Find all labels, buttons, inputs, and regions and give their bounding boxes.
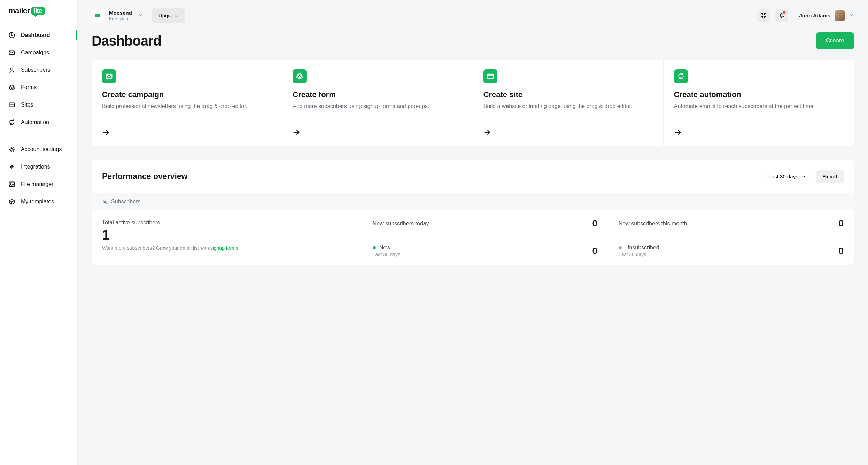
clock-icon [8,32,15,39]
stat-total-subscribers: Total active subscribers 1 Want more sub… [92,210,362,265]
logo-suffix: lite [31,7,45,15]
nav-primary: DashboardCampaignsSubscribersFormsSitesA… [0,26,77,131]
arrow-right-icon [483,129,653,138]
sidebar-item-label: Automation [21,119,49,125]
sidebar-item-label: My templates [21,199,54,205]
page-header: Dashboard Create [78,23,868,60]
layers-icon [8,84,15,91]
total-label: Total active subscribers [102,219,351,226]
create-button[interactable]: Create [816,32,854,49]
card-create-automation[interactable]: Create automationAutomate emails to reac… [664,60,854,146]
sidebar-item-label: Integrations [21,164,50,170]
mail-icon [102,69,116,83]
logo-text: mailer [8,6,30,15]
stat-new: New Last 30 days 0 [362,237,608,265]
date-range-selector[interactable]: Last 30 days [763,170,812,183]
gear-icon [8,146,15,153]
sidebar-item-automation[interactable]: Automation [0,114,77,131]
account-plan: Free plan [109,16,132,22]
card-create-campaign[interactable]: Create campaignBuild professional newsle… [92,60,282,146]
avatar [835,10,845,21]
arrow-right-icon [674,129,844,138]
sidebar-item-my-templates[interactable]: My templates [0,193,77,210]
sidebar-item-subscribers[interactable]: Subscribers [0,61,77,79]
main: Moosend Free plan Upgrade John Adams Das… [78,0,868,465]
sidebar-item-account-settings[interactable]: Account settings [0,141,77,158]
card-icon [8,101,15,108]
account-name: Moosend [109,10,132,16]
account-chip-icon[interactable] [92,9,104,22]
sidebar-item-label: Dashboard [21,32,50,38]
sidebar-item-label: Subscribers [21,67,50,73]
logo[interactable]: mailerlite [0,6,77,26]
user-name: John Adams [799,13,830,18]
user-icon [8,67,15,73]
sidebar-item-label: Sites [21,102,33,108]
card-desc: Add more subscribers using signup forms … [293,102,462,119]
arrow-right-icon [102,129,271,138]
card-title: Create form [293,90,462,99]
sidebar-item-campaigns[interactable]: Campaigns [0,44,77,61]
total-value: 1 [102,228,351,242]
performance-overview: Performance overview Last 30 days Export… [92,160,854,265]
dot-green-icon [373,246,376,249]
card-title: Create campaign [102,90,271,99]
topbar: Moosend Free plan Upgrade John Adams [78,0,868,23]
sidebar-item-label: File manager [21,181,53,187]
user-menu[interactable]: John Adams [799,10,854,21]
sidebar-item-file-manager[interactable]: File manager [0,176,77,193]
perf-section-header: Subscribers [92,193,854,210]
card-desc: Automate emails to reach subscribers at … [674,102,844,119]
signup-forms-link[interactable]: signup forms [210,245,238,251]
sidebar-item-sites[interactable]: Sites [0,96,77,114]
layers-icon [293,69,307,83]
arrow-right-icon [293,129,462,138]
account-switcher[interactable]: Moosend Free plan [109,10,132,22]
sidebar-item-integrations[interactable]: Integrations [0,158,77,176]
quick-actions: Create campaignBuild professional newsle… [92,60,854,146]
stat-new-month: New subscribers this month 0 [608,210,854,237]
sidebar-item-forms[interactable]: Forms [0,79,77,96]
perf-section-label: Subscribers [111,199,140,205]
stat-unsubscribed: Unsubscribed Last 30 days 0 [608,237,854,265]
refresh-icon [8,119,15,126]
card-icon [483,69,497,83]
sidebar-item-label: Forms [21,84,37,91]
image-icon [8,181,15,188]
chevron-down-icon[interactable] [138,13,143,19]
link-icon [8,163,15,170]
apps-button[interactable] [757,9,770,22]
page-title: Dashboard [92,33,161,49]
sidebar: mailerlite DashboardCampaignsSubscribers… [0,0,78,465]
card-desc: Build a website or landing page using th… [483,102,653,119]
dot-gray-icon [619,246,622,249]
card-title: Create automation [674,90,844,99]
export-button[interactable]: Export [816,170,844,183]
notifications-button[interactable] [775,9,788,22]
stat-new-today: New subscribers today 0 [362,210,608,237]
card-title: Create site [483,90,653,99]
card-desc: Build professional newsletters using the… [102,102,271,119]
date-range-label: Last 30 days [769,173,798,179]
refresh-icon [674,69,688,83]
card-create-site[interactable]: Create siteBuild a website or landing pa… [473,60,664,146]
nav-secondary: Account settingsIntegrationsFile manager… [0,141,77,210]
mail-icon [8,49,15,56]
sidebar-item-dashboard[interactable]: Dashboard [0,26,77,44]
chevron-down-icon [849,13,854,19]
sidebar-item-label: Campaigns [21,49,49,56]
upgrade-button[interactable]: Upgrade [152,8,186,23]
performance-title: Performance overview [102,172,187,181]
box-icon [8,198,15,205]
card-create-form[interactable]: Create formAdd more subscribers using si… [282,60,473,146]
notification-dot [783,11,785,14]
total-hint: Want more subscribers? Grow your email l… [102,245,351,251]
sidebar-item-label: Account settings [21,146,62,153]
